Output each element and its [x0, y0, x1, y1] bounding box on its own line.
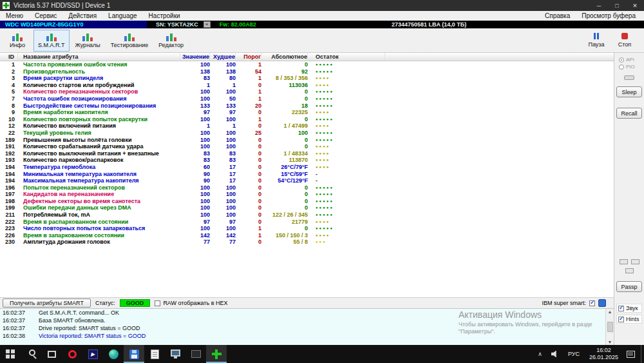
- pause-label: Пауза: [588, 41, 604, 48]
- hints-option[interactable]: Hints: [616, 315, 642, 324]
- volume-icon[interactable]: [551, 351, 559, 358]
- table-row[interactable]: 211 Потребляемый ток, mA 100 100 0 122 /…: [0, 211, 614, 219]
- pio-radio-option[interactable]: PIO: [614, 63, 644, 70]
- sound-checkbox[interactable]: [618, 306, 624, 311]
- table-row[interactable]: 22 Текущий уровень гелия 100 100 25 100 …: [0, 130, 614, 137]
- api-radio-option[interactable]: API: [614, 56, 644, 63]
- table-row[interactable]: 5 Количество переназначенных секторов 10…: [0, 88, 614, 95]
- table-row[interactable]: 194 Температура гермоблока 60 17 0 26°C/…: [0, 164, 614, 171]
- sleep-button[interactable]: Sleep: [616, 86, 642, 97]
- table-row[interactable]: 194 Минимальная температура накопителя 9…: [0, 171, 614, 178]
- table-row[interactable]: 8 Быстродействие системы позиционировани…: [0, 103, 614, 110]
- taskbar-start[interactable]: [0, 345, 21, 363]
- sound-option[interactable]: Звук: [616, 304, 642, 313]
- attr-worst: 100: [210, 204, 236, 211]
- notification-center-icon[interactable]: [627, 351, 635, 358]
- header-worst[interactable]: Худшее: [210, 53, 236, 61]
- taskbar-console[interactable]: [185, 345, 206, 363]
- toolbar-info-button[interactable]: Инфо: [3, 30, 32, 52]
- table-row[interactable]: 2 Производительность 138 138 54 92 ●●●●●: [0, 68, 614, 75]
- menu-settings[interactable]: Настройки: [143, 12, 186, 19]
- table-row[interactable]: 3 Время раскрутки шпинделя 83 80 1 8 / 3…: [0, 75, 614, 82]
- ibm-smart-checkbox[interactable]: [589, 300, 595, 306]
- toolbar-editor-button[interactable]: Редактор: [154, 30, 188, 52]
- language-indicator[interactable]: РУС: [564, 351, 584, 357]
- raw-hex-checkbox[interactable]: [155, 300, 160, 306]
- toolbar-smart-button[interactable]: S.M.A.R.T: [33, 30, 70, 52]
- scroll-down-icon[interactable]: ▼: [608, 340, 612, 344]
- table-row[interactable]: 194 Максимальная температура накопителя …: [0, 177, 614, 184]
- menu-service[interactable]: Сервис: [29, 12, 62, 19]
- hints-checkbox[interactable]: [618, 317, 624, 322]
- taskbar-task-view[interactable]: [41, 345, 62, 363]
- attr-health-dots: ●●●●●: [308, 211, 385, 219]
- show-desktop-button[interactable]: [641, 345, 644, 363]
- maximize-button[interactable]: □: [608, 0, 626, 11]
- taskbar-victoria-smart[interactable]: [206, 345, 227, 363]
- raw-hex-option[interactable]: RAW отображать в HEX: [155, 300, 227, 306]
- recall-button[interactable]: Recall: [616, 108, 642, 119]
- header-attribute-name[interactable]: Название атрибута: [18, 53, 180, 61]
- taskbar-browser[interactable]: [103, 345, 124, 363]
- attr-health-dots: ●●●●: [308, 219, 385, 226]
- table-row[interactable]: 7 Частота ошибок позиционирования 100 50…: [0, 95, 614, 103]
- attr-absolute: 0: [261, 191, 308, 198]
- drive-close-button[interactable]: ×: [204, 21, 211, 28]
- scroll-thumb[interactable]: [607, 322, 613, 332]
- header-absolute[interactable]: Абсолютное: [261, 53, 308, 61]
- table-row[interactable]: 226 Время в запаркованном состоянии 142 …: [0, 232, 614, 239]
- header-value[interactable]: Значение: [180, 53, 210, 61]
- taskbar-remote-monitor[interactable]: [165, 345, 185, 363]
- scroll-up-icon[interactable]: ▲: [608, 309, 612, 314]
- log-scrollbar[interactable]: ▲ ▼: [605, 309, 614, 345]
- smart-settings-icon[interactable]: [598, 299, 606, 307]
- table-row[interactable]: 189 Превышения высоты полёта головки 100…: [0, 137, 614, 144]
- table-row[interactable]: 198 Дефектные секторы во время санотеста…: [0, 198, 614, 205]
- attr-id: 197: [0, 191, 18, 198]
- table-row[interactable]: 12 Количество включений питания 1 1 0 1 …: [0, 123, 614, 130]
- table-row[interactable]: 191 Количество срабатываний датчика удар…: [0, 143, 614, 150]
- toolbar-journals-button[interactable]: Журналы: [71, 30, 105, 52]
- table-row[interactable]: 196 Попыток переназначений секторов 100 …: [0, 184, 614, 191]
- taskbar-search[interactable]: [21, 345, 41, 363]
- table-row[interactable]: 193 Количество парковок/распарковок 83 8…: [0, 157, 614, 164]
- taskbar-opera[interactable]: [62, 345, 82, 363]
- attr-worst: 1: [210, 82, 236, 89]
- drive-model[interactable]: WDC WD140PURZ-85GG1Y0: [0, 21, 147, 28]
- pause-button[interactable]: Пауза: [582, 30, 611, 52]
- table-row[interactable]: 230 Амплитуда дрожания головок 77 77 0 5…: [0, 239, 614, 246]
- taskbar-documents[interactable]: [144, 345, 165, 363]
- minimize-button[interactable]: ─: [590, 0, 608, 11]
- clock[interactable]: 16:02 26.01.2025: [584, 347, 623, 361]
- menu-language[interactable]: Language: [102, 12, 143, 19]
- taskbar-victoria-disk[interactable]: [124, 345, 144, 363]
- toolbar-testing-button[interactable]: Тестирование: [106, 30, 153, 52]
- api-radio[interactable]: [619, 57, 624, 63]
- table-row[interactable]: 223 Число повторных попыток запарковатьс…: [0, 225, 614, 232]
- get-smart-button[interactable]: Получить атрибуты SMART: [3, 299, 91, 308]
- menu-actions[interactable]: Действия: [62, 12, 102, 19]
- taskbar-media-player[interactable]: [82, 345, 103, 363]
- stop-button[interactable]: Стоп: [611, 30, 639, 52]
- windows-activation-watermark: Активация Windows Чтобы активировать Win…: [459, 309, 592, 335]
- header-health[interactable]: Остаток: [308, 53, 385, 61]
- close-button[interactable]: ✕: [626, 0, 644, 11]
- menu-buffer-view[interactable]: Просмотр буфера: [576, 12, 641, 19]
- menu-menu[interactable]: Меню: [0, 12, 29, 19]
- passport-button[interactable]: Passp: [616, 281, 642, 292]
- table-row[interactable]: 1 Частота проявления ошибок чтения 100 1…: [0, 61, 614, 68]
- tray-expand-icon[interactable]: ∧: [533, 351, 547, 357]
- table-row[interactable]: 222 Время в распаркованном состоянии 97 …: [0, 219, 614, 226]
- header-id[interactable]: ID: [0, 53, 18, 61]
- table-row[interactable]: 9 Время наработки накопителя 97 97 0 223…: [0, 109, 614, 116]
- table-row[interactable]: 10 Количество повторных попыток раскрутк…: [0, 116, 614, 123]
- table-row[interactable]: 197 Кандидатов на переназначение 100 100…: [0, 191, 614, 198]
- attr-health-dots: ●●●●●: [308, 198, 385, 205]
- table-row[interactable]: 199 Ошибки передачи данных через DMA 100…: [0, 204, 614, 211]
- menu-help[interactable]: Справка: [539, 12, 576, 19]
- pio-radio[interactable]: [619, 64, 624, 70]
- header-threshold[interactable]: Порог: [236, 53, 261, 61]
- attr-health-dots: ●●●●●: [308, 130, 385, 137]
- table-row[interactable]: 4 Количество стартов или пробуждений 1 1…: [0, 82, 614, 89]
- table-row[interactable]: 192 Количество выключений питания + внез…: [0, 150, 614, 157]
